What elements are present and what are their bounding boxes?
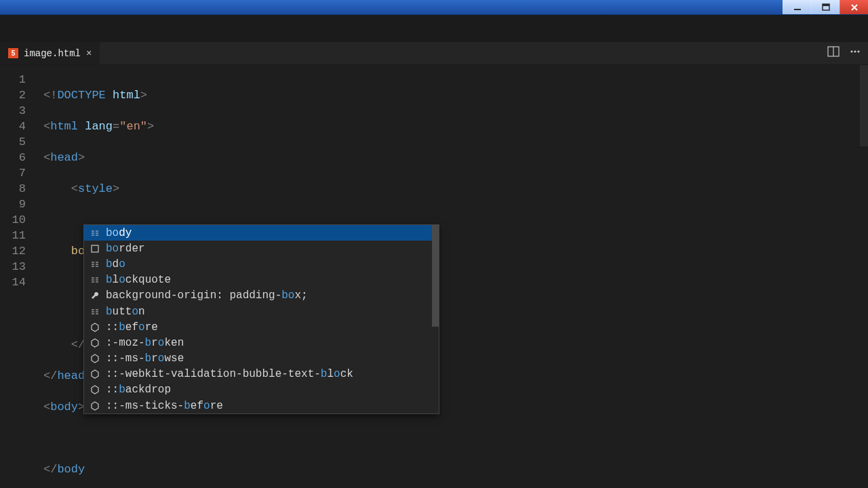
- hex-icon: [90, 353, 100, 364]
- autocomplete-label: background-origin: padding-box;: [106, 289, 308, 302]
- svg-point-6: [854, 50, 856, 52]
- autocomplete-item[interactable]: button: [84, 304, 439, 319]
- hex-icon: [90, 401, 100, 411]
- tab-image-html[interactable]: 5 image.html ×: [0, 42, 100, 64]
- window-titlebar: [0, 0, 868, 15]
- svg-rect-0: [794, 9, 801, 10]
- more-actions-icon[interactable]: [849, 45, 861, 61]
- autocomplete-item[interactable]: ::before: [84, 319, 439, 335]
- window-maximize-button[interactable]: [811, 0, 840, 14]
- autocomplete-label: ::-ms-browse: [106, 352, 184, 365]
- tab-bar: 5 image.html ×: [0, 42, 868, 65]
- autocomplete-label: ::backdrop: [106, 384, 171, 396]
- autocomplete-item[interactable]: :-moz-broken: [84, 335, 439, 350]
- prop-icon: [90, 274, 100, 285]
- wrench-icon: [90, 290, 100, 301]
- autocomplete-item[interactable]: body: [84, 225, 439, 241]
- autocomplete-item[interactable]: ::-ms-ticks-before: [84, 398, 439, 413]
- html-file-icon: 5: [8, 48, 18, 58]
- prop-icon: [90, 306, 100, 317]
- line-gutter: 123 456 789 101112 1314: [0, 65, 38, 488]
- hex-icon: [90, 369, 100, 380]
- autocomplete-label: :-moz-broken: [106, 337, 184, 349]
- autocomplete-label: ::-webkit-validation-bubble-text-block: [106, 368, 353, 380]
- autocomplete-label: ::before: [106, 321, 158, 333]
- hex-icon: [90, 338, 100, 348]
- autocomplete-item[interactable]: border: [84, 241, 439, 256]
- prop-icon: [90, 259, 100, 270]
- svg-rect-2: [823, 4, 829, 6]
- autocomplete-label: blockquote: [106, 274, 171, 286]
- minimap-scrollbar[interactable]: [860, 65, 868, 146]
- split-editor-icon[interactable]: [827, 45, 840, 61]
- prop-icon: [90, 228, 100, 239]
- editor[interactable]: 123 456 789 101112 1314 <!DOCTYPE html> …: [0, 65, 868, 488]
- autocomplete-item[interactable]: ::backdrop: [84, 382, 439, 398]
- hex-icon: [90, 322, 100, 333]
- window-minimize-button[interactable]: [783, 0, 811, 14]
- box-icon: [90, 243, 100, 254]
- window-close-button[interactable]: [840, 0, 868, 14]
- tab-close-icon[interactable]: ×: [86, 48, 92, 59]
- autocomplete-popup: bodyborderbdoblockquotebackground-origin…: [83, 224, 439, 414]
- svg-point-5: [850, 50, 852, 52]
- autocomplete-item[interactable]: background-origin: padding-box;: [84, 288, 439, 304]
- autocomplete-item[interactable]: ::-webkit-validation-bubble-text-block: [84, 367, 439, 382]
- hex-icon: [90, 384, 100, 395]
- svg-point-7: [857, 50, 859, 52]
- autocomplete-label: bdo: [106, 258, 125, 270]
- autocomplete-item[interactable]: ::-ms-browse: [84, 351, 439, 367]
- autocomplete-label: body: [106, 227, 132, 239]
- svg-rect-8: [92, 245, 98, 252]
- autocomplete-label: button: [106, 306, 145, 318]
- autocomplete-scrollbar[interactable]: [432, 225, 439, 327]
- tab-label: image.html: [24, 48, 81, 59]
- autocomplete-label: border: [106, 243, 145, 255]
- autocomplete-label: ::-ms-ticks-before: [106, 400, 223, 412]
- menu-bar: [0, 15, 868, 42]
- editor-actions: [827, 42, 868, 64]
- autocomplete-item[interactable]: bdo: [84, 256, 439, 272]
- autocomplete-item[interactable]: blockquote: [84, 272, 439, 288]
